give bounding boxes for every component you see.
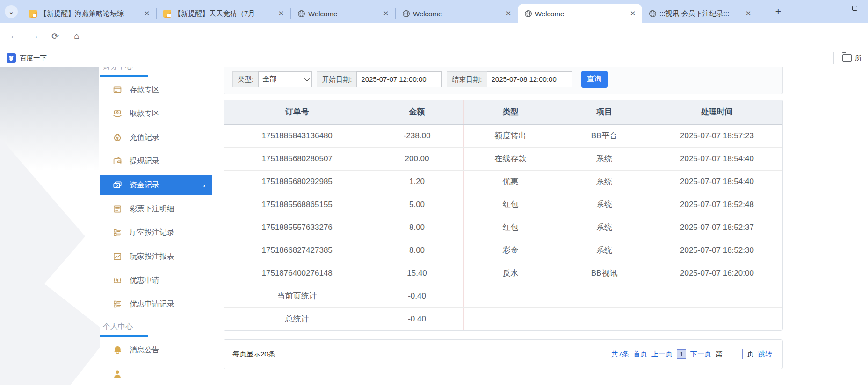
- all-bookmarks[interactable]: 所: [833, 52, 862, 64]
- folder-icon: [842, 54, 852, 62]
- sidebar-section-finance: 财务中心: [100, 67, 218, 71]
- table-cell: 1751885568865155: [224, 193, 370, 216]
- table-row: 17518855576332768.00红包系统2025-07-07 18:52…: [224, 216, 782, 239]
- end-date-label: 结束日期:: [447, 71, 486, 87]
- personal-menu: 消息公告: [100, 340, 218, 384]
- browser-tab[interactable]: Welcome✕: [518, 4, 642, 23]
- column-header: 金额: [370, 100, 463, 124]
- browser-tab[interactable]: Welcome✕: [291, 4, 395, 23]
- window-minimize-button[interactable]: —: [821, 0, 843, 16]
- table-cell: 1751885843136480: [224, 124, 370, 147]
- sidebar-item-label: 充值记录: [130, 133, 159, 143]
- records-table-panel: 订单号金额类型项目处理时间 1751885843136480-238.00额度转…: [224, 100, 783, 331]
- home-icon[interactable]: ⌂: [70, 29, 83, 43]
- type-select-value: 全部: [262, 75, 276, 84]
- current-page-badge[interactable]: 1: [677, 349, 686, 359]
- table-cell: [651, 285, 782, 307]
- finance-menu: 存款专区取款专区充值记录提现记录资金记录›彩票下注明细厅室投注记录玩家投注报表优…: [100, 79, 218, 314]
- browser-tab[interactable]: 【新提醒】海燕策略论坛综✕: [22, 4, 156, 23]
- sidebar-item-消息公告[interactable]: 消息公告: [100, 340, 218, 360]
- sidebar-item-充值记录[interactable]: 充值记录: [100, 127, 218, 148]
- table-cell: 反水: [463, 262, 557, 285]
- tab-close-icon[interactable]: ✕: [381, 9, 391, 18]
- sidebar-item-label: 厅室投注记录: [130, 228, 174, 238]
- player-report-icon: [112, 251, 123, 262]
- sidebar-item-厅室投注记录[interactable]: 厅室投注记录: [100, 222, 218, 243]
- table-cell: [557, 285, 651, 307]
- new-tab-button[interactable]: +: [773, 6, 784, 17]
- tab-search-chevron-icon[interactable]: ⌄: [5, 5, 18, 18]
- funds-record-icon: [112, 180, 123, 190]
- lottery-detail-icon: [112, 204, 123, 214]
- tab-close-icon[interactable]: ✕: [276, 9, 286, 18]
- pagination-panel: 每页显示20条 共7条 首页 上一页 1 下一页 第 页 跳转: [224, 339, 783, 369]
- type-filter-label: 类型:: [232, 71, 258, 87]
- search-button[interactable]: 查询: [581, 71, 608, 88]
- baidu-favicon: [7, 53, 16, 63]
- table-cell: -238.00: [370, 124, 463, 147]
- browser-tab[interactable]: :::视讯 会员下注纪录:::✕: [642, 4, 758, 23]
- section-underline: [100, 76, 211, 76]
- table-row: 17518856802929851.20优惠系统2025-07-07 18:54…: [224, 170, 782, 193]
- sidebar-item-提现记录[interactable]: 提现记录: [100, 151, 218, 171]
- sidebar-item-资金记录[interactable]: 资金记录›: [100, 175, 212, 195]
- sidebar-item-优惠申请记录[interactable]: 优惠申请记录: [100, 294, 218, 314]
- sidebar-item-优惠申请[interactable]: 优惠申请: [100, 270, 218, 291]
- tabs-container: 【新提醒】海燕策略论坛综✕【新提醒】天天竞猜（7月✕Welcome✕Welcom…: [22, 4, 758, 23]
- tab-close-icon[interactable]: ✕: [744, 9, 753, 18]
- recharge-bag-icon: [112, 132, 123, 143]
- table-row: 1751885680280507200.00在线存款系统2025-07-07 1…: [224, 147, 782, 170]
- prev-page-link[interactable]: 上一页: [651, 350, 673, 359]
- type-select[interactable]: 全部: [258, 71, 312, 87]
- table-row: 1751885843136480-238.00额度转出BB平台2025-07-0…: [224, 124, 782, 147]
- end-date-input[interactable]: [487, 71, 572, 87]
- table-cell: 200.00: [370, 147, 463, 170]
- promo-record-icon: [112, 299, 123, 309]
- start-date-input[interactable]: [356, 71, 442, 87]
- tab-title: 【新提醒】天天竞猜（7月: [174, 9, 274, 18]
- sidebar-item-存款专区[interactable]: 存款专区: [100, 79, 218, 100]
- next-page-link[interactable]: 下一页: [690, 350, 711, 359]
- bookmarks-divider: [833, 52, 834, 64]
- bell-icon: [112, 345, 123, 355]
- table-cell: 红包: [463, 193, 557, 216]
- forum-icon: [163, 10, 171, 18]
- table-cell: 红包: [463, 216, 557, 239]
- page-jump-input[interactable]: [727, 349, 743, 359]
- first-page-link[interactable]: 首页: [633, 350, 647, 359]
- jump-button[interactable]: 跳转: [758, 350, 772, 359]
- globe-icon: [524, 10, 532, 18]
- tab-close-icon[interactable]: ✕: [504, 9, 513, 18]
- tab-title: Welcome: [308, 10, 378, 18]
- table-cell: 1751885680280507: [224, 147, 370, 170]
- window-maximize-button[interactable]: [844, 0, 865, 16]
- table-cell: 系统: [557, 147, 651, 170]
- tab-close-icon[interactable]: ✕: [628, 9, 637, 18]
- table-cell: [651, 307, 782, 330]
- table-cell: -0.40: [370, 307, 463, 330]
- table-cell: 2025-07-07 18:54:40: [651, 170, 782, 193]
- browser-tab[interactable]: 【新提醒】天天竞猜（7月✕: [157, 4, 290, 23]
- back-icon[interactable]: ←: [7, 29, 21, 43]
- sidebar-item-彩票下注明细[interactable]: 彩票下注明细: [100, 199, 218, 219]
- browser-tab[interactable]: Welcome✕: [396, 4, 518, 23]
- tab-title: :::视讯 会员下注纪录:::: [659, 9, 741, 18]
- table-cell: 2025-07-07 16:20:00: [651, 262, 782, 285]
- sidebar-item-取款专区[interactable]: 取款专区: [100, 103, 218, 124]
- bookmark-baidu[interactable]: 百度一下: [7, 52, 47, 64]
- sidebar-item-玩家投注报表[interactable]: 玩家投注报表: [100, 246, 218, 267]
- reload-icon[interactable]: ⟳: [49, 29, 62, 43]
- table-cell: 2025-07-07 18:54:40: [651, 147, 782, 170]
- sidebar-item-label: 优惠申请记录: [130, 299, 174, 309]
- chevron-right-icon: ›: [203, 181, 205, 189]
- globe-icon: [297, 10, 305, 18]
- forward-icon[interactable]: →: [28, 29, 41, 43]
- sidebar-item-hidden[interactable]: [100, 364, 218, 384]
- sidebar-item-label: 彩票下注明细: [130, 204, 174, 214]
- table-cell: [557, 307, 651, 330]
- tab-close-icon[interactable]: ✕: [142, 9, 152, 18]
- jump-suffix-label: 页: [747, 350, 754, 359]
- webpage-content: 财务中心 存款专区取款专区充值记录提现记录资金记录›彩票下注明细厅室投注记录玩家…: [0, 67, 868, 385]
- jump-prefix-label: 第: [716, 350, 723, 359]
- table-cell: 1751866827427385: [224, 239, 370, 262]
